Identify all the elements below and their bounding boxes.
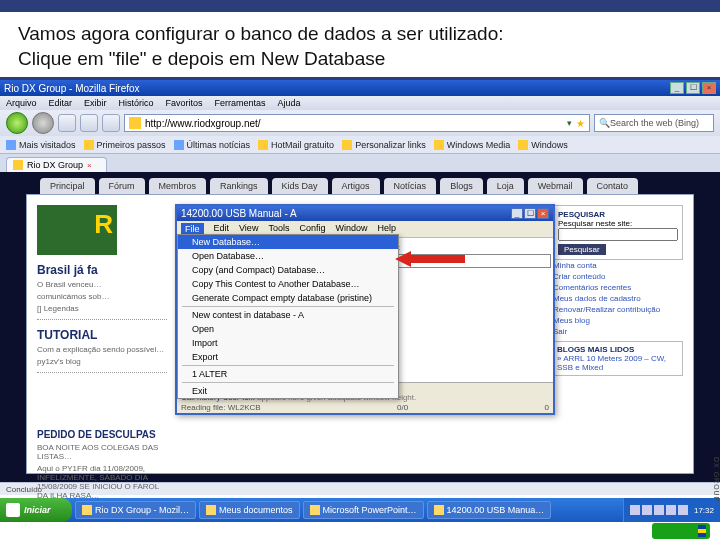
box-item[interactable]: » ARRL 10 Meters 2009 – CW, SSB e Mixed [557, 354, 679, 372]
menu-view[interactable]: Exibir [84, 98, 107, 108]
page-icon [434, 140, 444, 150]
tray-icon[interactable] [630, 505, 640, 515]
nav-contato[interactable]: Contato [587, 178, 639, 194]
feed-icon [174, 140, 184, 150]
link-my-account[interactable]: Minha conta [553, 260, 683, 271]
taskbar-powerpoint[interactable]: Microsoft PowerPoint… [303, 501, 424, 519]
tray-icon[interactable] [666, 505, 676, 515]
start-button[interactable]: Iniciar [0, 498, 72, 522]
reload-button[interactable] [58, 114, 76, 132]
home-button[interactable] [102, 114, 120, 132]
n1mm-maximize[interactable]: ☐ [524, 208, 536, 219]
menu-copy-contest[interactable]: Copy This Contest to Another Database… [178, 277, 398, 291]
right-column: PESQUISAR Pesquisar neste site: Pesquisa… [553, 205, 683, 463]
firefox-icon [82, 505, 92, 515]
tab-favicon [13, 160, 23, 170]
forward-button[interactable] [32, 112, 54, 134]
bm-first-steps[interactable]: Primeiros passos [84, 140, 166, 150]
stop-button[interactable] [80, 114, 98, 132]
site-favicon [129, 117, 141, 129]
search-engine-icon: 🔍 [599, 118, 610, 128]
link-logout[interactable]: Sair [553, 326, 683, 337]
site-navigation: Principal Fórum Membros Rankings Kids Da… [0, 178, 720, 194]
tab-close-icon[interactable]: × [87, 161, 92, 170]
menu-generate-pristine[interactable]: Generate Compact empty database (pristin… [178, 291, 398, 305]
tab-label: Rio DX Group [27, 160, 83, 170]
taskbar-documents[interactable]: Meus documentos [199, 501, 300, 519]
tray-icon[interactable] [654, 505, 664, 515]
bm-personalize[interactable]: Personalizar links [342, 140, 426, 150]
url-text: http://www.riodxgroup.net/ [145, 118, 261, 129]
brand-vertical-text: DX GROUP [713, 457, 720, 502]
blog-byline[interactable]: py1zv's blog [37, 357, 167, 366]
link-my-data[interactable]: Meus dados de cadastro [553, 293, 683, 304]
ppt-icon [310, 505, 320, 515]
taskbar-firefox[interactable]: Rio DX Group - Mozil… [75, 501, 196, 519]
browser-tab[interactable]: Rio DX Group × [6, 157, 107, 172]
search-heading: PESQUISAR [558, 210, 678, 219]
menu-file[interactable]: Arquivo [6, 98, 37, 108]
instruction-arrow [395, 251, 465, 267]
maximize-button[interactable]: ☐ [686, 82, 700, 94]
nav-forum[interactable]: Fórum [99, 178, 145, 194]
site-search-button[interactable]: Pesquisar [558, 244, 606, 255]
menu-history[interactable]: Histórico [119, 98, 154, 108]
nav-kidsday[interactable]: Kids Day [272, 178, 328, 194]
back-button[interactable] [6, 112, 28, 134]
menu-help[interactable]: Ajuda [278, 98, 301, 108]
nav-noticias[interactable]: Notícias [384, 178, 437, 194]
menu-import[interactable]: Import [178, 336, 398, 350]
link-my-blog[interactable]: Meus blog [553, 315, 683, 326]
menu-export[interactable]: Export [178, 350, 398, 364]
legendas-link[interactable]: [] Legendas [37, 304, 167, 313]
tray-icon[interactable] [678, 505, 688, 515]
link-renew[interactable]: Renovar/Realizar contribuição [553, 304, 683, 315]
nav-rankings[interactable]: Rankings [210, 178, 268, 194]
bm-hotmail[interactable]: HotMail gratuito [258, 140, 334, 150]
menu-open-database[interactable]: Open Database… [178, 249, 398, 263]
page-icon [258, 140, 268, 150]
menu-exit[interactable]: Exit [178, 384, 398, 398]
close-button[interactable]: × [702, 82, 716, 94]
status-right: 0 [545, 403, 549, 412]
bm-most-visited[interactable]: Mais visitados [6, 140, 76, 150]
nav-webmail[interactable]: Webmail [528, 178, 583, 194]
menu-copy-compact[interactable]: Copy (and Compact) Database… [178, 263, 398, 277]
bm-wmp[interactable]: Windows Media [434, 140, 511, 150]
left-p1: O Brasil venceu… [37, 280, 167, 289]
svg-marker-0 [395, 251, 465, 267]
menu-tools[interactable]: Ferramentas [215, 98, 266, 108]
search-label: Pesquisar neste site: [558, 219, 678, 228]
bm-windows[interactable]: Windows [518, 140, 568, 150]
menu-open[interactable]: Open [178, 322, 398, 336]
nav-artigos[interactable]: Artigos [332, 178, 380, 194]
minimize-button[interactable]: _ [670, 82, 684, 94]
url-dropdown-icon[interactable]: ▾ [567, 118, 572, 128]
search-box[interactable]: 🔍 Search the web (Bing) [594, 114, 714, 132]
menu-new-contest[interactable]: New contest in database - A [178, 308, 398, 322]
star-icon[interactable]: ★ [576, 118, 585, 129]
taskbar-n1mm[interactable]: 14200.00 USB Manua… [427, 501, 552, 519]
firefox-menubar: Arquivo Editar Exibir Histórico Favorito… [0, 96, 720, 110]
tray-icon[interactable] [642, 505, 652, 515]
menu-recent-1[interactable]: 1 ALTER [178, 367, 398, 381]
nav-loja[interactable]: Loja [487, 178, 524, 194]
n1mm-close[interactable]: × [537, 208, 549, 219]
nav-membros[interactable]: Membros [149, 178, 207, 194]
nav-blogs[interactable]: Blogs [440, 178, 483, 194]
page-viewport: Principal Fórum Membros Rankings Kids Da… [0, 172, 720, 482]
n1mm-titlebar: 14200.00 USB Manual - A _ ☐ × [177, 206, 553, 221]
left-p2: comunicámos sob… [37, 292, 167, 301]
site-search-input[interactable] [558, 228, 678, 241]
link-recent-comments[interactable]: Comentários recentes [553, 282, 683, 293]
bm-latest-news[interactable]: Últimas notícias [174, 140, 251, 150]
url-bar[interactable]: http://www.riodxgroup.net/ ▾ ★ [124, 114, 590, 132]
menu-edit[interactable]: Editar [49, 98, 73, 108]
menu-new-database[interactable]: New Database… [178, 235, 398, 249]
nav-principal[interactable]: Principal [40, 178, 95, 194]
n1mm-window: 14200.00 USB Manual - A _ ☐ × File Edit … [175, 204, 555, 415]
menu-bookmarks[interactable]: Favoritos [166, 98, 203, 108]
user-menu: Minha conta Criar conteúdo Comentários r… [553, 260, 683, 337]
link-create-content[interactable]: Criar conteúdo [553, 271, 683, 282]
n1mm-minimize[interactable]: _ [511, 208, 523, 219]
